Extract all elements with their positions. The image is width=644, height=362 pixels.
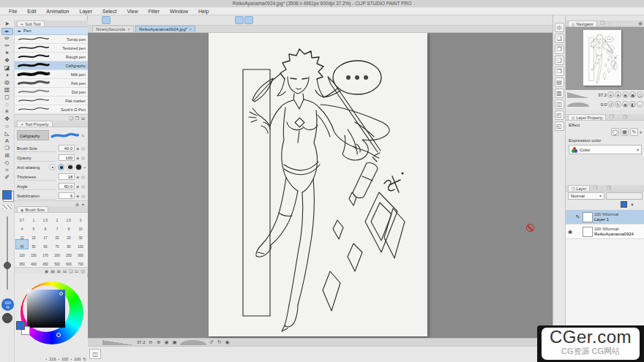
effect-button[interactable]: ◯ [611, 128, 619, 136]
dynamics-icon[interactable]: ◎ [80, 155, 86, 160]
brush-size-cell[interactable]: 10 [75, 222, 86, 231]
subtool-footer-icon[interactable]: ❐ [75, 116, 79, 121]
brush-size-cell[interactable]: 600 [63, 257, 75, 266]
Felt pen[interactable]: Felt pen [15, 79, 88, 88]
thickness-value[interactable]: 18 [59, 173, 75, 180]
menu-item[interactable]: Window [165, 7, 192, 15]
navigator-panel-icon[interactable]: ❏ [555, 34, 564, 43]
brush-size-cell[interactable]: 17 [40, 231, 51, 240]
layer-tab-extra-icon[interactable]: ◳ [607, 185, 612, 191]
navigator-zoom-button[interactable]: ⊕ [615, 91, 621, 98]
close-tab-icon[interactable]: × [190, 26, 192, 33]
subtool-footer-icon[interactable]: ⊟ [81, 116, 85, 121]
layer-thumbnail[interactable] [583, 227, 593, 237]
brush-size-cell[interactable]: 6 [40, 222, 51, 231]
brush-size-cell[interactable]: 300 [75, 249, 86, 257]
visibility-eye-icon[interactable]: ◉ [567, 229, 573, 235]
opacity-value[interactable]: 100 [59, 154, 75, 161]
material-icon[interactable] [273, 16, 282, 24]
navigator-rotate-button[interactable]: ↻ [615, 101, 621, 108]
ReikoAyanama0924[interactable]: ◉ 100 %Normal ReikoAyanama0924 [566, 225, 644, 239]
brush-size-footer-icon[interactable]: ⊞ [57, 268, 61, 274]
layer-tab[interactable]: ❐ Layer [568, 185, 590, 191]
Scott's G-Pen[interactable]: Scott's G-Pen [15, 105, 88, 114]
brush-size-value[interactable]: 40.0 [59, 145, 75, 151]
Turnip pen[interactable]: Turnip pen [15, 35, 88, 44]
figure-tool[interactable]: ◺ [1, 130, 13, 137]
brush-size-cell[interactable]: 5 [28, 222, 40, 231]
material-panel-icon-1[interactable]: ▤ [555, 78, 564, 87]
layer-name[interactable]: Layer 1 [594, 217, 618, 222]
navigator-zoom-button[interactable]: ▣ [629, 91, 636, 98]
wand-tool[interactable]: ✳ [1, 108, 13, 116]
Flat marker[interactable]: Flat marker [15, 97, 88, 105]
brush-size-cell[interactable]: 2 [51, 214, 63, 222]
frame-tool[interactable]: ⊞ [1, 152, 13, 159]
dynamics-icon[interactable]: ◎ [80, 184, 86, 189]
navigator-tab[interactable]: ◎ Navigator [568, 20, 597, 26]
layer-thumbnail[interactable] [583, 212, 593, 222]
brush-size-cell[interactable]: 4 [16, 222, 28, 231]
brush-size-cell[interactable]: 350 [16, 257, 28, 266]
material-panel-icon-3[interactable]: ◫ [555, 99, 564, 109]
layer-color-swatch[interactable] [621, 201, 627, 208]
navigator-zoom-slider[interactable] [567, 92, 589, 98]
brush-size-cell[interactable]: 170 [40, 249, 51, 257]
density-knob[interactable] [2, 313, 12, 323]
navigator-tab-extra-icon[interactable]: ❐ [600, 20, 604, 26]
canvas-page[interactable] [209, 33, 427, 336]
pencil-tool[interactable]: ✏ [1, 35, 13, 42]
brush-size-cell[interactable]: 50 [28, 240, 40, 249]
Milli pen[interactable]: Milli pen [15, 70, 88, 79]
Rough pen[interactable]: Rough pen [15, 53, 88, 61]
navigator-rotate-slider[interactable] [567, 102, 589, 107]
correct-line-tool[interactable]: ≈ [1, 167, 13, 174]
brush-tool[interactable]: ✑ [1, 42, 13, 50]
new-file-icon[interactable] [130, 16, 139, 24]
brush-size-footer-icon[interactable]: ⊟ [63, 268, 67, 274]
Layer 1[interactable]: ✎ 100 %Normal Layer 1 [566, 210, 644, 225]
canvas-rotate-button[interactable]: ↻ [217, 339, 222, 345]
brush-size-cell[interactable]: 7 [51, 222, 63, 231]
history-panel-icon[interactable]: ❒ [555, 67, 564, 76]
navigator-rotate-button[interactable]: ◧ [629, 101, 636, 108]
main-menu-icon[interactable] [92, 16, 101, 24]
menu-item[interactable]: Help [194, 7, 213, 15]
brush-size-cell[interactable]: 40 [16, 240, 28, 249]
subtool-tab[interactable]: ✒ Sub Tool [17, 20, 45, 26]
canvas-zoom-button[interactable]: ⊖ [148, 339, 154, 345]
canvas-zoom-button[interactable]: ⊕ [156, 339, 162, 345]
airbrush-tool[interactable]: ✴ [1, 50, 13, 57]
layer-property-tab-extra-icon[interactable]: ◳ [623, 114, 628, 120]
opacity-badge[interactable]: 100 % [1, 298, 14, 311]
Dot pen[interactable]: Dot pen [15, 88, 88, 97]
saturation-value-picker[interactable] [27, 290, 65, 328]
layer-tab-extra-icon[interactable]: ◌ [601, 186, 604, 191]
opacity-combo[interactable] [606, 192, 643, 200]
move-tool[interactable]: ✥ [1, 116, 13, 123]
Calligraphy[interactable]: Calligraphy [15, 61, 88, 70]
brush-size-cell[interactable]: 30 [75, 231, 86, 240]
deselect-icon[interactable] [178, 16, 187, 24]
tool-property-tab[interactable]: ✦ Tool Property [17, 121, 53, 127]
document-tab[interactable]: ReikoAyanama0924.jpg* × [135, 26, 195, 32]
Textured pen[interactable]: Textured pen [15, 44, 88, 53]
clear-icon[interactable] [225, 16, 234, 24]
blend-mode-select[interactable]: Normal ▾ [568, 192, 604, 200]
aa-chevron-icon[interactable]: ▾ [83, 165, 86, 170]
material-panel-icon-4[interactable]: ◰ [555, 110, 564, 120]
brush-size-footer-icon[interactable]: ◫ [80, 268, 85, 274]
close-tab-icon[interactable]: × [127, 26, 130, 33]
layer-property-tab-extra-icon[interactable]: ◌ [617, 115, 620, 120]
brush-size-footer-icon[interactable]: ◉ [45, 268, 48, 274]
subtool-group-header[interactable]: ✒ Pen [15, 27, 88, 35]
hue-marker[interactable] [56, 333, 61, 337]
foreground-color-swatch[interactable] [2, 190, 12, 200]
undo-icon[interactable] [159, 16, 168, 24]
save-file-icon[interactable] [149, 16, 158, 24]
register-subtool-icon[interactable]: ✎ [80, 133, 86, 138]
material-panel-icon-5[interactable]: ◱ [555, 121, 564, 131]
brush-size-cell[interactable]: 60 [40, 240, 51, 249]
brush-size-cell[interactable]: 450 [40, 257, 51, 266]
brush-size-cell[interactable]: 100 [75, 240, 86, 249]
